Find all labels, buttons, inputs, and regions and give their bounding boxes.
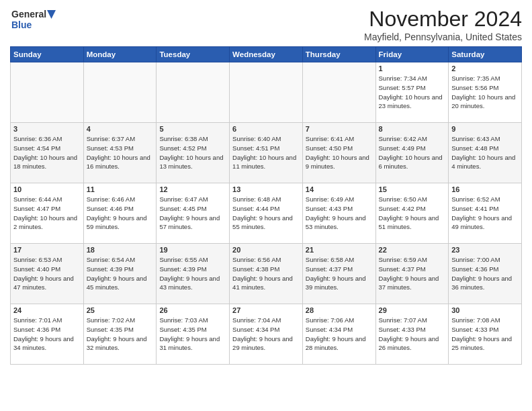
cell-2-3: 13Sunrise: 6:48 AM Sunset: 4:44 PM Dayli… bbox=[230, 183, 303, 244]
day-number: 23 bbox=[451, 246, 519, 254]
col-wednesday: Wednesday bbox=[230, 47, 303, 62]
day-number: 18 bbox=[87, 246, 154, 254]
cell-content: Sunrise: 6:42 AM Sunset: 4:49 PM Dayligh… bbox=[379, 134, 446, 171]
location: Mayfield, Pennsylvania, United States bbox=[364, 32, 522, 42]
cell-content: Sunrise: 7:08 AM Sunset: 4:33 PM Dayligh… bbox=[451, 316, 519, 353]
svg-marker-0 bbox=[47, 10, 56, 19]
cell-1-6: 9Sunrise: 6:43 AM Sunset: 4:48 PM Daylig… bbox=[449, 123, 522, 183]
day-number: 3 bbox=[13, 125, 81, 133]
cell-content: Sunrise: 6:37 AM Sunset: 4:53 PM Dayligh… bbox=[87, 134, 154, 171]
day-number: 27 bbox=[232, 306, 300, 314]
month-title: November 2024 bbox=[364, 7, 522, 32]
cell-content: Sunrise: 7:00 AM Sunset: 4:36 PM Dayligh… bbox=[451, 255, 519, 292]
cell-content: Sunrise: 6:47 AM Sunset: 4:45 PM Dayligh… bbox=[159, 195, 226, 232]
cell-content: Sunrise: 6:56 AM Sunset: 4:38 PM Dayligh… bbox=[232, 255, 300, 292]
header-row: Sunday Monday Tuesday Wednesday Thursday… bbox=[11, 47, 522, 62]
cell-2-1: 11Sunrise: 6:46 AM Sunset: 4:46 PM Dayli… bbox=[83, 183, 157, 244]
cell-content: Sunrise: 6:54 AM Sunset: 4:39 PM Dayligh… bbox=[87, 255, 154, 292]
svg-text:General: General bbox=[11, 9, 46, 19]
col-sunday: Sunday bbox=[11, 47, 84, 62]
cell-content: Sunrise: 7:04 AM Sunset: 4:34 PM Dayligh… bbox=[232, 316, 300, 353]
cell-1-2: 5Sunrise: 6:38 AM Sunset: 4:52 PM Daylig… bbox=[157, 123, 230, 183]
day-number: 21 bbox=[306, 246, 373, 254]
cell-3-1: 18Sunrise: 6:54 AM Sunset: 4:39 PM Dayli… bbox=[83, 244, 157, 304]
cell-3-2: 19Sunrise: 6:55 AM Sunset: 4:39 PM Dayli… bbox=[157, 244, 230, 304]
cell-2-6: 16Sunrise: 6:52 AM Sunset: 4:41 PM Dayli… bbox=[449, 183, 522, 244]
title-block: November 2024 Mayfield, Pennsylvania, Un… bbox=[364, 7, 522, 42]
day-number: 28 bbox=[306, 306, 373, 314]
cell-0-0 bbox=[11, 62, 84, 123]
cell-3-0: 17Sunrise: 6:53 AM Sunset: 4:40 PM Dayli… bbox=[11, 244, 84, 304]
cell-content: Sunrise: 6:40 AM Sunset: 4:51 PM Dayligh… bbox=[232, 134, 300, 171]
cell-content: Sunrise: 7:07 AM Sunset: 4:33 PM Dayligh… bbox=[379, 316, 446, 353]
cell-content: Sunrise: 7:03 AM Sunset: 4:35 PM Dayligh… bbox=[159, 316, 226, 353]
day-number: 12 bbox=[159, 185, 226, 193]
cell-2-2: 12Sunrise: 6:47 AM Sunset: 4:45 PM Dayli… bbox=[157, 183, 230, 244]
cell-0-6: 2Sunrise: 7:35 AM Sunset: 5:56 PM Daylig… bbox=[449, 62, 522, 123]
day-number: 13 bbox=[232, 185, 300, 193]
day-number: 14 bbox=[306, 185, 373, 193]
day-number: 7 bbox=[306, 125, 373, 133]
svg-text:Blue: Blue bbox=[11, 19, 32, 30]
cell-0-4 bbox=[302, 62, 375, 123]
cell-content: Sunrise: 7:01 AM Sunset: 4:36 PM Dayligh… bbox=[13, 316, 81, 353]
cell-1-5: 8Sunrise: 6:42 AM Sunset: 4:49 PM Daylig… bbox=[375, 123, 449, 183]
cell-1-1: 4Sunrise: 6:37 AM Sunset: 4:53 PM Daylig… bbox=[83, 123, 157, 183]
day-number: 1 bbox=[379, 64, 446, 73]
cell-3-3: 20Sunrise: 6:56 AM Sunset: 4:38 PM Dayli… bbox=[230, 244, 303, 304]
page: GeneralBlue November 2024 Mayfield, Penn… bbox=[0, 0, 532, 411]
cell-content: Sunrise: 6:50 AM Sunset: 4:42 PM Dayligh… bbox=[379, 195, 446, 232]
cell-content: Sunrise: 6:41 AM Sunset: 4:50 PM Dayligh… bbox=[306, 134, 373, 171]
day-number: 5 bbox=[159, 125, 226, 133]
cell-content: Sunrise: 6:38 AM Sunset: 4:52 PM Dayligh… bbox=[159, 134, 226, 171]
col-friday: Friday bbox=[375, 47, 449, 62]
cell-content: Sunrise: 6:44 AM Sunset: 4:47 PM Dayligh… bbox=[13, 195, 81, 232]
logo: GeneralBlue bbox=[10, 7, 57, 34]
day-number: 4 bbox=[87, 125, 154, 133]
cell-4-4: 28Sunrise: 7:06 AM Sunset: 4:34 PM Dayli… bbox=[302, 304, 375, 365]
day-number: 10 bbox=[13, 185, 81, 193]
cell-content: Sunrise: 7:06 AM Sunset: 4:34 PM Dayligh… bbox=[306, 316, 373, 353]
cell-content: Sunrise: 6:55 AM Sunset: 4:39 PM Dayligh… bbox=[159, 255, 226, 292]
cell-content: Sunrise: 6:53 AM Sunset: 4:40 PM Dayligh… bbox=[13, 255, 81, 292]
cell-0-2 bbox=[157, 62, 230, 123]
day-number: 22 bbox=[379, 246, 446, 254]
logo-svg: GeneralBlue bbox=[10, 7, 57, 34]
cell-0-1 bbox=[83, 62, 157, 123]
cell-content: Sunrise: 7:35 AM Sunset: 5:56 PM Dayligh… bbox=[451, 74, 519, 111]
cell-2-0: 10Sunrise: 6:44 AM Sunset: 4:47 PM Dayli… bbox=[11, 183, 84, 244]
day-number: 8 bbox=[379, 125, 446, 133]
cell-2-4: 14Sunrise: 6:49 AM Sunset: 4:43 PM Dayli… bbox=[302, 183, 375, 244]
day-number: 6 bbox=[232, 125, 300, 133]
week-row-3: 17Sunrise: 6:53 AM Sunset: 4:40 PM Dayli… bbox=[11, 244, 522, 304]
day-number: 29 bbox=[379, 306, 446, 314]
day-number: 24 bbox=[13, 306, 81, 314]
cell-1-3: 6Sunrise: 6:40 AM Sunset: 4:51 PM Daylig… bbox=[230, 123, 303, 183]
day-number: 11 bbox=[87, 185, 154, 193]
day-number: 30 bbox=[451, 306, 519, 314]
cell-4-1: 25Sunrise: 7:02 AM Sunset: 4:35 PM Dayli… bbox=[83, 304, 157, 365]
cell-0-5: 1Sunrise: 7:34 AM Sunset: 5:57 PM Daylig… bbox=[375, 62, 449, 123]
cell-content: Sunrise: 6:58 AM Sunset: 4:37 PM Dayligh… bbox=[306, 255, 373, 292]
cell-content: Sunrise: 6:43 AM Sunset: 4:48 PM Dayligh… bbox=[451, 134, 519, 171]
day-number: 25 bbox=[87, 306, 154, 314]
day-number: 9 bbox=[451, 125, 519, 133]
day-number: 2 bbox=[451, 64, 519, 73]
day-number: 26 bbox=[159, 306, 226, 314]
cell-2-5: 15Sunrise: 6:50 AM Sunset: 4:42 PM Dayli… bbox=[375, 183, 449, 244]
day-number: 15 bbox=[379, 185, 446, 193]
cell-1-0: 3Sunrise: 6:36 AM Sunset: 4:54 PM Daylig… bbox=[11, 123, 84, 183]
day-number: 16 bbox=[451, 185, 519, 193]
cell-content: Sunrise: 6:46 AM Sunset: 4:46 PM Dayligh… bbox=[87, 195, 154, 232]
col-thursday: Thursday bbox=[302, 47, 375, 62]
cell-4-2: 26Sunrise: 7:03 AM Sunset: 4:35 PM Dayli… bbox=[157, 304, 230, 365]
cell-1-4: 7Sunrise: 6:41 AM Sunset: 4:50 PM Daylig… bbox=[302, 123, 375, 183]
cell-content: Sunrise: 6:52 AM Sunset: 4:41 PM Dayligh… bbox=[451, 195, 519, 232]
cell-3-5: 22Sunrise: 6:59 AM Sunset: 4:37 PM Dayli… bbox=[375, 244, 449, 304]
cell-3-4: 21Sunrise: 6:58 AM Sunset: 4:37 PM Dayli… bbox=[302, 244, 375, 304]
cell-3-6: 23Sunrise: 7:00 AM Sunset: 4:36 PM Dayli… bbox=[449, 244, 522, 304]
cell-content: Sunrise: 6:49 AM Sunset: 4:43 PM Dayligh… bbox=[306, 195, 373, 232]
day-number: 20 bbox=[232, 246, 300, 254]
col-saturday: Saturday bbox=[449, 47, 522, 62]
day-number: 17 bbox=[13, 246, 81, 254]
